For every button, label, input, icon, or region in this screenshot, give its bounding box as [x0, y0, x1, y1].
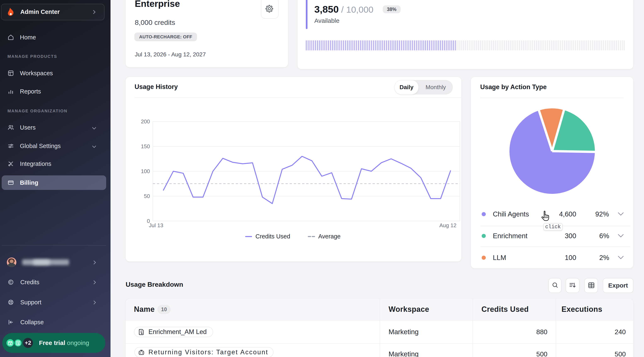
svg-text:200: 200 — [141, 118, 150, 124]
svg-text:LLM: LLM — [493, 254, 506, 262]
svg-text:Enrichment: Enrichment — [493, 232, 528, 240]
svg-text:50: 50 — [144, 193, 150, 199]
svg-text:4,600: 4,600 — [559, 210, 576, 218]
svg-text:92%: 92% — [595, 210, 609, 218]
svg-text:Chili Agents: Chili Agents — [493, 210, 529, 218]
svg-text:Average: Average — [318, 233, 341, 240]
svg-text:2%: 2% — [599, 254, 609, 262]
svg-text:6%: 6% — [599, 232, 609, 240]
svg-text:300: 300 — [565, 232, 576, 240]
svg-text:Credits Used: Credits Used — [256, 233, 290, 240]
svg-text:Aug 12: Aug 12 — [439, 222, 456, 228]
svg-text:100: 100 — [565, 254, 576, 262]
svg-text:150: 150 — [141, 143, 150, 150]
svg-text:Jul 13: Jul 13 — [149, 222, 163, 228]
svg-text:100: 100 — [141, 168, 150, 174]
